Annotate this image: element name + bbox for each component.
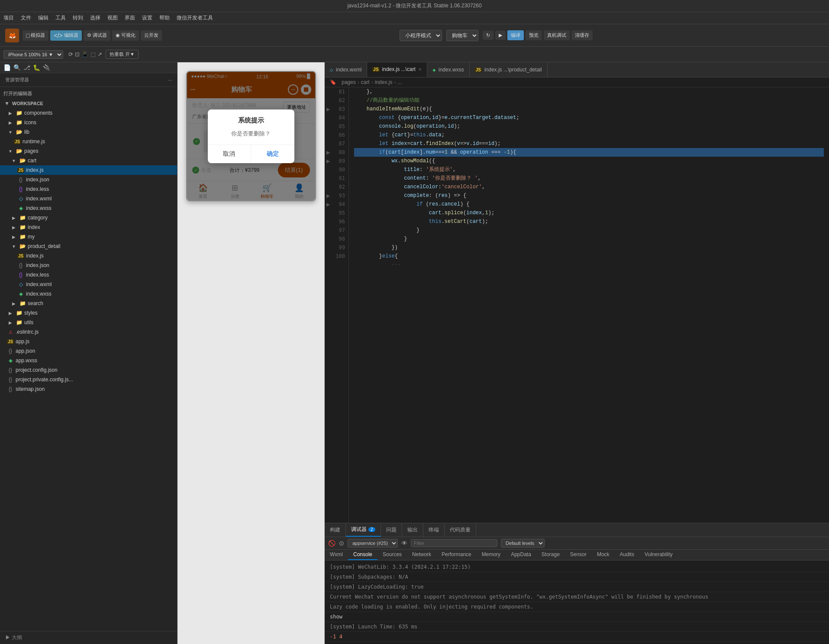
editor-btn[interactable]: </> 编辑器: [50, 30, 81, 41]
sub-tab-vulnerability[interactable]: Vulnerability: [639, 550, 678, 560]
folder-icons[interactable]: ▶ 📁 icons: [0, 118, 177, 127]
clear-console-btn[interactable]: 🚫: [328, 540, 335, 547]
menu-weixin[interactable]: 微信开发者工具: [177, 14, 213, 22]
folder-index[interactable]: ▶ 📁 index: [0, 222, 177, 232]
file-pd-index-wxml[interactable]: ◇ index.wxml: [0, 280, 177, 289]
breadcrumb-index-js[interactable]: index.js: [375, 79, 393, 85]
breadcrumb-pages[interactable]: pages: [342, 79, 356, 85]
tab-index-wxml[interactable]: ◇ index.wxml: [325, 62, 367, 77]
file-eslint[interactable]: ⚠ .eslintrc.js: [0, 327, 177, 337]
file-runtime-js[interactable]: JS runtime.js: [0, 137, 177, 146]
sub-tab-wxml[interactable]: Wxml: [325, 550, 348, 560]
sub-tab-sources[interactable]: Sources: [377, 550, 407, 560]
file-pd-index-less[interactable]: {} index.less: [0, 270, 177, 280]
tab-debugger[interactable]: 调试器 2: [346, 523, 381, 537]
file-icon-5[interactable]: 🔌: [43, 64, 50, 71]
sub-tab-performance[interactable]: Performance: [436, 550, 477, 560]
sub-tab-mock[interactable]: Mock: [592, 550, 615, 560]
export-btn[interactable]: ↗: [97, 51, 102, 58]
rotate-btn[interactable]: ⟳: [68, 51, 73, 58]
clear-cache-btn[interactable]: 清缓存: [571, 30, 593, 40]
modal-confirm-btn[interactable]: 确定: [251, 145, 294, 163]
sub-tab-console[interactable]: Console: [348, 550, 377, 560]
preview-btn[interactable]: 预览: [526, 30, 542, 40]
tab-build[interactable]: 构建: [325, 523, 346, 537]
file-cart-index-less[interactable]: {} index.less: [0, 184, 177, 194]
tab-terminal[interactable]: 终端: [423, 523, 445, 537]
bookmark-icon[interactable]: 🔖: [330, 79, 336, 85]
file-icon-4[interactable]: 🐛: [33, 64, 40, 71]
file-project-private[interactable]: {} project.private.config.js...: [0, 375, 177, 384]
sub-tab-sensor[interactable]: Sensor: [565, 550, 592, 560]
menu-project[interactable]: 项目: [3, 14, 14, 22]
folder-my[interactable]: ▶ 📁 my: [0, 232, 177, 242]
folder-styles[interactable]: ▶ 📁 styles: [0, 308, 177, 318]
avatar-btn[interactable]: 🦊: [5, 29, 19, 42]
tab-close-cart[interactable]: ✕: [418, 67, 422, 72]
tab-code-quality[interactable]: 代码质量: [445, 523, 476, 537]
debug-btn[interactable]: ⚙ 调试器: [84, 30, 110, 41]
visual-btn[interactable]: ◉ 可视化: [112, 30, 139, 41]
menu-file[interactable]: 文件: [21, 14, 31, 22]
file-cart-index-wxml[interactable]: ◇ index.wxml: [0, 194, 177, 203]
file-app-wxss[interactable]: ◈ app.wxss: [0, 356, 177, 365]
folder-category[interactable]: ▶ 📁 category: [0, 213, 177, 222]
folder-pages[interactable]: ▼ 📂 pages: [0, 146, 177, 156]
sub-tab-audits[interactable]: Audits: [615, 550, 639, 560]
folder-cart[interactable]: ▼ 📂 cart: [0, 156, 177, 165]
menu-interface[interactable]: 界面: [125, 14, 135, 22]
fold-marker-93[interactable]: ▶: [325, 191, 332, 200]
folder-product-detail[interactable]: ▼ 📂 product_detail: [0, 242, 177, 251]
tab-index-js-cart[interactable]: JS index.js ...\cart ✕: [367, 62, 427, 77]
modal-cancel-btn[interactable]: 取消: [208, 145, 252, 163]
cloud-btn[interactable]: 云开发: [141, 30, 162, 41]
levels-select[interactable]: Default levels: [501, 539, 545, 547]
fold-marker-89[interactable]: ▶: [325, 157, 332, 165]
eye-btn[interactable]: 👁: [401, 540, 407, 547]
file-icon-3[interactable]: ⎇: [23, 64, 30, 71]
mode-select[interactable]: 小程序模式: [400, 30, 442, 41]
hot-reload-btn[interactable]: 热重载 开▼: [106, 50, 139, 59]
folder-utils[interactable]: ▶ 📁 utils: [0, 318, 177, 327]
sub-tab-appdata[interactable]: AppData: [506, 550, 536, 560]
file-icon-1[interactable]: 📄: [3, 64, 11, 71]
tab-problems[interactable]: 问题: [381, 523, 402, 537]
file-pd-index-wxss[interactable]: ◈ index.wxss: [0, 289, 177, 299]
tab-output[interactable]: 输出: [402, 523, 423, 537]
file-cart-index-js[interactable]: JS index.js: [0, 165, 177, 175]
device-btn[interactable]: 📱: [81, 51, 89, 58]
file-sitemap[interactable]: {} sitemap.json: [0, 384, 177, 394]
folder-components[interactable]: ▶ 📁 components: [0, 108, 177, 118]
real-device-btn[interactable]: 真机调试: [544, 30, 570, 40]
menu-view[interactable]: 视图: [107, 14, 118, 22]
file-app-js[interactable]: JS app.js: [0, 337, 177, 346]
file-project-config[interactable]: {} project.config.json: [0, 365, 177, 375]
file-pd-index-js[interactable]: JS index.js: [0, 251, 177, 261]
menu-tools[interactable]: 工具: [55, 14, 66, 22]
fold-marker-88[interactable]: ▶: [325, 148, 332, 157]
play-btn[interactable]: ▶: [495, 31, 506, 40]
code-content[interactable]: }, //商品数量的编辑功能 handleItemNumEdit(e){ con…: [349, 87, 829, 523]
sub-tab-memory[interactable]: Memory: [477, 550, 506, 560]
sub-tab-storage[interactable]: Storage: [536, 550, 565, 560]
appservice-select[interactable]: appservice (#25): [348, 539, 398, 547]
simulator-btn[interactable]: □ 模拟器: [23, 30, 48, 41]
layout-btn[interactable]: ⬚: [90, 51, 96, 58]
menu-settings[interactable]: 设置: [142, 14, 152, 22]
sub-tab-network[interactable]: Network: [407, 550, 436, 560]
more-icon[interactable]: ···: [168, 77, 172, 83]
pause-btn[interactable]: ⊙: [339, 540, 344, 547]
file-cart-index-wxss[interactable]: ◈ index.wxss: [0, 203, 177, 213]
folder-lib[interactable]: ▼ 📂 lib: [0, 127, 177, 137]
file-cart-index-json[interactable]: {} index.json: [0, 175, 177, 184]
menu-select[interactable]: 选择: [90, 14, 100, 22]
tab-index-js-pd[interactable]: JS index.js ...\product_detail: [470, 62, 548, 77]
breadcrumb-dots[interactable]: ...: [397, 79, 402, 85]
device-select[interactable]: iPhone 5 100% 16 ▼: [3, 50, 63, 59]
fold-marker-83[interactable]: ▶: [325, 105, 332, 113]
file-app-json[interactable]: {} app.json: [0, 346, 177, 356]
breadcrumb-cart[interactable]: cart: [361, 79, 370, 85]
menu-goto[interactable]: 转到: [73, 14, 83, 22]
refresh-btn[interactable]: ↻: [483, 31, 494, 40]
filter-input[interactable]: [411, 539, 497, 547]
